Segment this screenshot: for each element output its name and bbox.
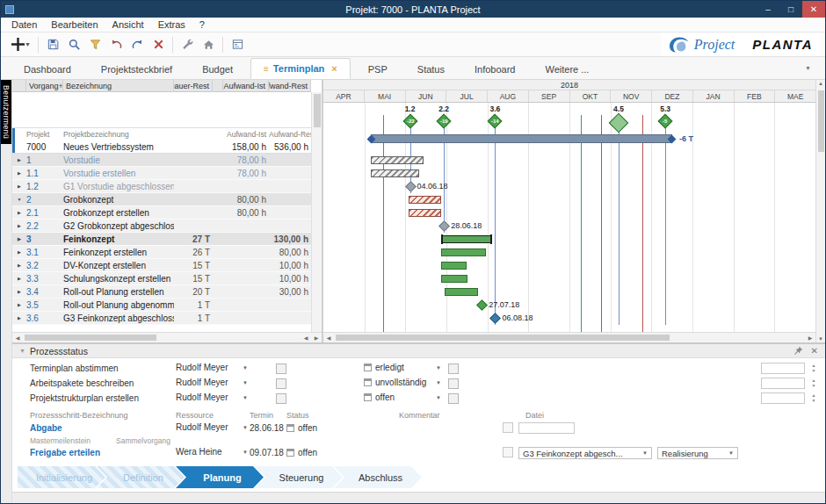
table-row[interactable]: ▶3.4Roll-out Planung erstellen20 T30,00 …	[12, 285, 311, 299]
scroll-up-icon[interactable]: ▲	[816, 81, 825, 86]
checkbox[interactable]	[276, 393, 286, 404]
delete-button[interactable]	[148, 34, 169, 55]
expand-icon[interactable]: ▶	[12, 302, 26, 307]
table-row[interactable]: ▶3.1Feinkonzept erstellen26 T80,00 h	[12, 246, 311, 259]
side-input[interactable]	[761, 378, 805, 389]
user-menu-tab[interactable]: Benutzermenü	[1, 80, 11, 144]
gantt-bar[interactable]	[371, 169, 419, 177]
process-link[interactable]: Abgabe	[30, 423, 62, 433]
file-input[interactable]	[518, 422, 575, 434]
table-row[interactable]: ▼2Grobkonzept80,00 h	[12, 193, 311, 206]
resource-select[interactable]: Rudolf Meyer▼	[176, 392, 248, 402]
status-select[interactable]: offen▼	[364, 392, 441, 402]
project-summary-row[interactable]: Projekt Projektbezeichnung Aufwand-Ist A…	[12, 127, 322, 154]
scroll-right-icon[interactable]: ▶	[805, 333, 815, 342]
tab-infoboard[interactable]: Infoboard	[462, 60, 527, 79]
expand-icon[interactable]: ▶	[12, 210, 26, 215]
expand-icon[interactable]: ▶	[12, 289, 26, 294]
gantt-milestone-icon[interactable]	[438, 220, 450, 232]
menu-item-bearbeiten[interactable]: Bearbeiten	[44, 19, 105, 30]
tab-weitere[interactable]: Weitere ...	[533, 60, 601, 79]
date-value[interactable]: 28.06.18	[250, 423, 284, 433]
gantt-bar[interactable]	[441, 262, 467, 270]
table-row[interactable]: ▶2.2G2 Grobkonzept abgeschlossen	[12, 220, 311, 233]
scroll-right-icon[interactable]: ▶	[311, 333, 322, 342]
expand-icon[interactable]: ▶	[12, 236, 26, 241]
schedule-milestone[interactable]: 3.6-14	[489, 104, 500, 126]
table-row[interactable]: ▶3Feinkonzept27 T130,00 h	[12, 233, 311, 246]
tab-projektsteckbrief[interactable]: Projektsteckbrief	[89, 60, 185, 79]
table-horizontal-scrollbar[interactable]: ◀ ◀ ▶	[12, 332, 322, 342]
spinner-icon[interactable]: ▲▼	[809, 363, 818, 373]
gantt-bar[interactable]	[441, 275, 467, 283]
resource-select[interactable]: Rudolf Meyer▼	[176, 422, 248, 432]
pin-icon[interactable]	[793, 346, 803, 356]
scroll-left-icon[interactable]: ◀	[301, 333, 311, 342]
phase-definition[interactable]: Definition	[97, 466, 185, 488]
side-input[interactable]	[761, 392, 805, 404]
resource-select[interactable]: Rudolf Meyer▼	[176, 378, 248, 387]
phase-initialisierung[interactable]: Initialisierung	[18, 466, 105, 488]
checkbox[interactable]	[276, 378, 286, 389]
table-header-cell[interactable]: Bezeichnung	[63, 80, 174, 92]
scroll-left-icon[interactable]: ◀	[12, 333, 23, 342]
gantt-bar[interactable]	[441, 248, 486, 256]
panel-header[interactable]: ▼ Prozessstatus ✕	[12, 344, 825, 358]
minimize-button[interactable]: –	[757, 1, 779, 18]
checkbox[interactable]	[448, 393, 459, 404]
table-row[interactable]: ▶3.2DV-Konzept erstellen15 T10,00 h	[12, 259, 311, 272]
table-row[interactable]: ▶2.1Grobkonzept erstellen80,00 h	[12, 206, 311, 220]
table-header-cell[interactable]: Dauer-Rest	[174, 80, 213, 92]
schedule-milestone[interactable]: 1.2-22	[405, 104, 416, 126]
gantt-bar[interactable]	[371, 156, 424, 164]
phase-planung[interactable]: Planung	[176, 466, 264, 488]
status-select[interactable]: offen	[286, 448, 317, 457]
tab-psp[interactable]: PSP	[356, 60, 400, 79]
expand-icon[interactable]: ▶	[12, 157, 26, 162]
table-row[interactable]: ▶1.2G1 Vorstudie abgeschlossen	[12, 180, 311, 193]
resource-select[interactable]: Rudolf Meyer▼	[176, 363, 248, 372]
status-select[interactable]: unvollständig▼	[364, 378, 441, 387]
gantt-milestone-icon[interactable]	[405, 181, 417, 192]
resource-select[interactable]: Wera Heine▼	[176, 447, 248, 457]
phase-abschluss[interactable]: Abschluss	[334, 466, 422, 488]
table-header-cell[interactable]: Aufwand-Ist	[223, 80, 269, 92]
table-row[interactable]: ▶3.3Schulungskonzept erstellen15 T10,00 …	[12, 272, 311, 285]
expand-icon[interactable]: ▶	[12, 249, 26, 255]
phase-select[interactable]: Realisierung▼	[657, 447, 738, 459]
filter-button[interactable]	[84, 34, 105, 55]
gantt-bar[interactable]	[409, 196, 442, 204]
gantt-bar[interactable]	[409, 209, 442, 217]
vertical-scrollbar[interactable]: ▲ ▼	[815, 80, 825, 342]
process-link[interactable]: Freigabe erteilen	[30, 448, 100, 457]
milestone-diamond-icon[interactable]: -14	[488, 114, 503, 129]
scrollbar-thumb[interactable]	[818, 90, 824, 152]
schedule-milestone[interactable]: 4.5	[612, 104, 626, 130]
table-vertical-scrollbar[interactable]	[311, 92, 322, 332]
user-menu-strip[interactable]: Benutzermenü	[1, 80, 12, 503]
side-input[interactable]	[761, 363, 805, 374]
table-header-cell[interactable]: Vorgang+	[26, 80, 63, 92]
gantt-horizontal-scrollbar[interactable]: ◀ ▶	[323, 332, 815, 342]
menu-item-daten[interactable]: Daten	[4, 19, 44, 30]
tabs-overflow-icon[interactable]: ▼	[805, 65, 815, 71]
status-select[interactable]: erledigt▼	[364, 363, 441, 372]
milestone-diamond-icon[interactable]	[609, 113, 629, 133]
expand-icon[interactable]: ▶	[12, 223, 26, 228]
expand-icon[interactable]: ▶	[12, 315, 26, 320]
milestone-select[interactable]: G3 Feinkonzept abgesch...▼	[518, 447, 652, 459]
date-value[interactable]: 09.07.18	[250, 448, 284, 457]
attachment-button[interactable]	[503, 447, 513, 457]
chevron-down-icon[interactable]: ▼	[19, 348, 25, 354]
checkbox[interactable]	[276, 364, 286, 374]
expand-icon[interactable]: ▼	[12, 197, 26, 202]
tools-button[interactable]	[177, 34, 198, 55]
status-select[interactable]: offen	[286, 423, 317, 433]
expand-icon[interactable]: ▶	[12, 184, 26, 189]
close-panel-icon[interactable]: ✕	[811, 346, 818, 356]
menu-item-extras[interactable]: Extras	[151, 19, 192, 30]
new-button[interactable]: ▼	[6, 34, 34, 55]
checkbox[interactable]	[448, 378, 459, 389]
checkbox[interactable]	[448, 364, 459, 374]
spinner-icon[interactable]: ▲▼	[809, 378, 818, 388]
